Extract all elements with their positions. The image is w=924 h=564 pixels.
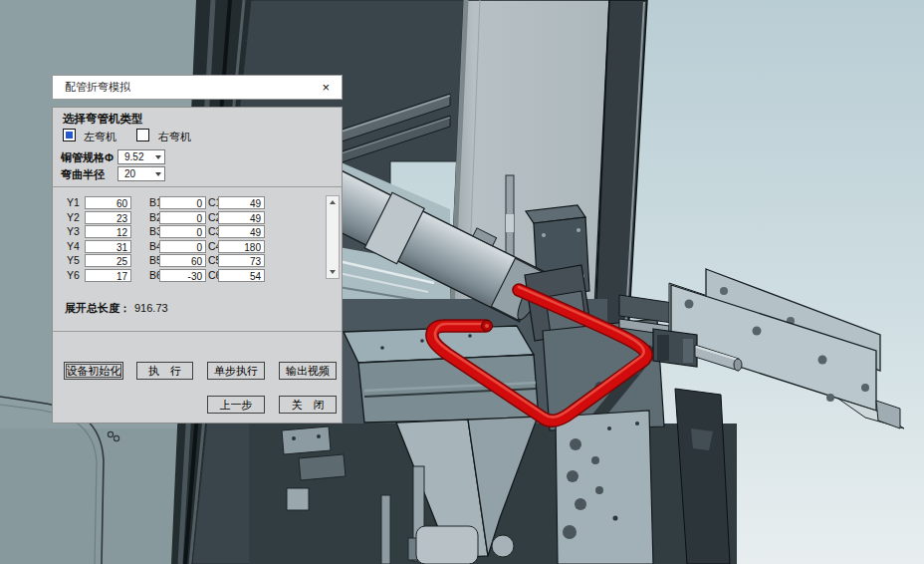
- previous-step-button[interactable]: 上一步: [207, 396, 265, 414]
- down-triangle-icon: [330, 270, 336, 274]
- y5-field[interactable]: 25: [85, 254, 131, 267]
- b5-field[interactable]: 60: [159, 254, 206, 267]
- bend-radius-select[interactable]: 20: [117, 166, 165, 181]
- chevron-down-icon: [155, 155, 161, 159]
- device-init-button[interactable]: 设备初始化: [64, 362, 123, 380]
- c6-field[interactable]: 54: [218, 269, 265, 282]
- pipe-spec-label: 铜管规格Φ: [61, 150, 114, 165]
- chevron-down-icon: [155, 172, 161, 176]
- y2-field[interactable]: 23: [85, 211, 131, 224]
- table-row: Y5 25 B5 60 C5 73: [53, 254, 342, 267]
- left-bender-label: 左弯机: [84, 130, 116, 144]
- y3-field[interactable]: 12: [85, 225, 131, 238]
- b1-field[interactable]: 0: [159, 196, 206, 209]
- separator: [53, 331, 342, 332]
- table-row: Y3 12 B3 0 C3 49: [53, 225, 342, 238]
- y4-field[interactable]: 31: [85, 240, 131, 253]
- pipe-spec-select[interactable]: 9.52: [117, 149, 165, 164]
- bend-radius-label: 弯曲半径: [61, 167, 105, 182]
- c3-field[interactable]: 49: [218, 225, 265, 238]
- dialog-title: 配管折弯模拟: [65, 80, 130, 95]
- table-row: Y1 60 B1 0 C1 49: [53, 196, 342, 209]
- output-video-button[interactable]: 输出视频: [279, 362, 337, 380]
- holed-plate: [556, 411, 653, 564]
- dialog-titlebar[interactable]: 配管折弯模拟 ×: [52, 75, 343, 100]
- machine-type-heading: 选择弯管机类型: [63, 112, 143, 127]
- b3-field[interactable]: 0: [159, 225, 206, 238]
- app-window: 配管折弯模拟 × 选择弯管机类型 左弯机 右弯机 铜管规格Φ 9.52 弯曲半径…: [0, 0, 924, 564]
- y1-field[interactable]: 60: [85, 196, 131, 209]
- b2-field[interactable]: 0: [159, 211, 206, 224]
- b4-field[interactable]: 0: [159, 240, 206, 253]
- y6-field[interactable]: 17: [85, 269, 131, 282]
- right-bender-checkbox[interactable]: [136, 129, 149, 141]
- table-row: Y2 23 B2 0 C2 49: [53, 211, 342, 224]
- c1-field[interactable]: 49: [218, 196, 265, 209]
- scroll-up-button[interactable]: [327, 196, 339, 208]
- checkbox-checked-icon: [66, 132, 73, 139]
- close-dialog-button[interactable]: 关 闭: [279, 396, 337, 414]
- right-bender-label: 右弯机: [158, 130, 191, 144]
- total-length: 展开总长度：916.73: [65, 301, 168, 316]
- c2-field[interactable]: 49: [218, 211, 265, 224]
- c4-field[interactable]: 180: [218, 240, 265, 253]
- c5-field[interactable]: 73: [218, 254, 265, 267]
- close-button[interactable]: ×: [322, 81, 330, 94]
- b6-field[interactable]: -30: [159, 269, 206, 282]
- dialog-body: 选择弯管机类型 左弯机 右弯机 铜管规格Φ 9.52 弯曲半径 20 Y1 60…: [52, 107, 343, 423]
- scroll-down-button[interactable]: [327, 266, 339, 278]
- table-row: Y6 17 B6 -30 C6 54: [53, 269, 342, 282]
- separator: [53, 186, 342, 187]
- up-triangle-icon: [330, 200, 336, 204]
- run-button[interactable]: 执 行: [136, 362, 193, 380]
- step-run-button[interactable]: 单步执行: [207, 362, 265, 380]
- table-scrollbar[interactable]: [326, 195, 340, 279]
- table-row: Y4 31 B4 0 C4 180: [53, 240, 342, 253]
- left-bender-checkbox[interactable]: [63, 129, 76, 141]
